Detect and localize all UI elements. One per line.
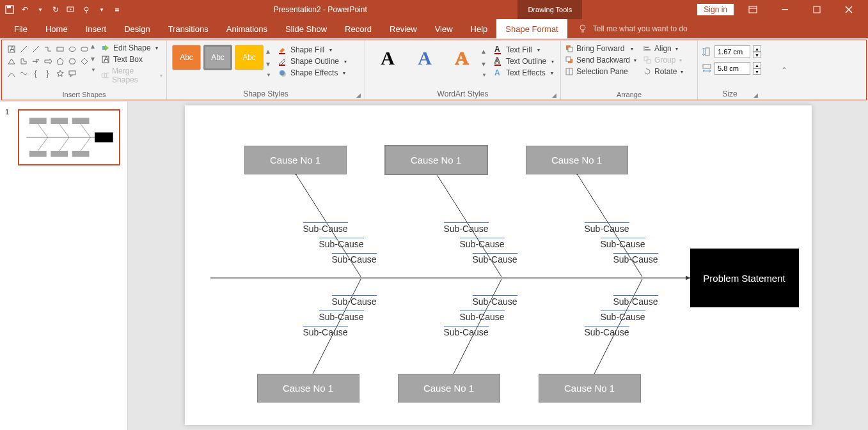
tab-record[interactable]: Record — [336, 19, 381, 38]
start-from-beginning-button[interactable] — [65, 4, 77, 15]
sub-cause[interactable]: Sub-Cause — [613, 295, 658, 307]
shape-arrow-icon[interactable] — [30, 56, 41, 66]
shape-brace-icon[interactable]: { — [30, 68, 41, 79]
shape-textbox-icon[interactable]: A — [6, 43, 17, 54]
sub-cause[interactable]: Sub-Cause — [473, 253, 517, 265]
sub-cause[interactable]: Sub-Cause — [473, 295, 517, 307]
tab-file[interactable]: File — [5, 19, 36, 38]
qat-customize[interactable]: 〓 — [111, 4, 123, 15]
rotate-button[interactable]: Rotate▾ — [643, 67, 683, 76]
height-up[interactable]: ▲ — [753, 45, 761, 52]
sub-cause[interactable]: Sub-Cause — [444, 326, 489, 337]
sub-cause[interactable]: Sub-Cause — [332, 253, 377, 265]
align-button[interactable]: Align▾ — [643, 44, 683, 53]
sub-cause[interactable]: Sub-Cause — [303, 326, 348, 337]
redo-button[interactable]: ↻ — [50, 4, 61, 15]
tell-me[interactable]: Tell me what you want to do — [578, 24, 688, 34]
wordart-style-3[interactable]: A — [447, 45, 477, 72]
sub-cause[interactable]: Sub-Cause — [585, 222, 629, 234]
shape-oval-icon[interactable] — [67, 43, 77, 54]
sub-cause[interactable]: Sub-Cause — [460, 238, 505, 249]
shape-arrow2-icon[interactable] — [42, 56, 53, 66]
shape-effects-button[interactable]: Shape Effects▾ — [278, 68, 347, 77]
touch-mouse-more[interactable]: ▼ — [96, 4, 107, 15]
height-down[interactable]: ▼ — [753, 52, 761, 58]
slide-canvas[interactable]: Cause No 1 Cause No 1 Cause No 1 Cause N… — [128, 102, 868, 430]
shape-rect-icon[interactable] — [54, 43, 65, 54]
shape-outline-button[interactable]: Shape Outline▾ — [278, 57, 347, 66]
shape-brace2-icon[interactable]: } — [42, 68, 53, 79]
tab-help[interactable]: Help — [462, 19, 497, 38]
tab-slideshow[interactable]: Slide Show — [276, 19, 336, 38]
height-input[interactable] — [714, 45, 750, 58]
tab-shape-format[interactable]: Shape Format — [496, 19, 567, 38]
shape-star-icon[interactable] — [54, 68, 65, 79]
maximize-button[interactable] — [804, 0, 830, 19]
wordart-launcher[interactable]: ◢ — [552, 92, 556, 98]
cause-box-bottom-2[interactable]: Cause No 1 — [398, 374, 500, 403]
minimize-button[interactable] — [772, 0, 798, 19]
shape-line-icon[interactable] — [18, 43, 29, 54]
selection-pane-button[interactable]: Selection Pane — [565, 67, 636, 76]
style-gallery-more[interactable]: ▴▾▼ — [266, 47, 271, 78]
undo-more[interactable]: ▼ — [35, 4, 46, 15]
width-down[interactable]: ▼ — [753, 68, 761, 75]
style-swatch-2[interactable]: Abc — [203, 45, 232, 70]
shape-fill-button[interactable]: Shape Fill▾ — [278, 45, 347, 54]
cause-box-bottom-1[interactable]: Cause No 1 — [257, 374, 359, 403]
shape-rrect-icon[interactable] — [79, 43, 90, 54]
shape-triangle-icon[interactable] — [6, 56, 17, 66]
shape-hexagon-icon[interactable] — [67, 56, 77, 66]
ribbon-collapse[interactable]: ⌃ — [781, 66, 787, 75]
tab-home[interactable]: Home — [36, 19, 77, 38]
tab-review[interactable]: Review — [381, 19, 426, 38]
cause-box-bottom-3[interactable]: Cause No 1 — [539, 374, 641, 403]
close-button[interactable] — [836, 0, 862, 19]
text-box-button[interactable]: AText Box — [101, 55, 162, 64]
shape-line2-icon[interactable] — [30, 43, 41, 54]
text-effects-button[interactable]: AText Effects▾ — [493, 68, 554, 77]
slide-thumbnail-1[interactable] — [18, 109, 120, 165]
sub-cause[interactable]: Sub-Cause — [332, 295, 377, 307]
shape-gallery[interactable]: A { } — [6, 43, 90, 79]
ribbon-display-options[interactable] — [740, 0, 766, 19]
shape-callout-icon[interactable] — [67, 68, 77, 79]
tab-insert[interactable]: Insert — [77, 19, 116, 38]
text-outline-button[interactable]: AText Outline▾ — [493, 57, 554, 66]
signin-button[interactable]: Sign in — [697, 4, 734, 15]
tab-design[interactable]: Design — [115, 19, 159, 38]
cause-box-top-3[interactable]: Cause No 1 — [526, 146, 628, 174]
sub-cause[interactable]: Sub-Cause — [613, 253, 658, 265]
text-fill-button[interactable]: AText Fill▾ — [493, 45, 554, 54]
sub-cause[interactable]: Sub-Cause — [460, 311, 505, 322]
edit-shape-button[interactable]: Edit Shape▾ — [101, 43, 162, 52]
sub-cause[interactable]: Sub-Cause — [601, 238, 645, 249]
send-backward-button[interactable]: Send Backward▾ — [565, 56, 636, 65]
tab-transitions[interactable]: Transitions — [159, 19, 217, 38]
cause-box-top-1[interactable]: Cause No 1 — [244, 146, 347, 174]
slide[interactable]: Cause No 1 Cause No 1 Cause No 1 Cause N… — [185, 105, 812, 425]
save-button[interactable] — [4, 4, 15, 15]
wordart-gallery-more[interactable]: ▴▾▼ — [482, 47, 487, 78]
width-up[interactable]: ▲ — [753, 62, 761, 68]
sub-cause[interactable]: Sub-Cause — [319, 311, 364, 322]
shape-gallery-more[interactable]: ▴▾▼ — [91, 42, 96, 73]
wordart-style-2[interactable]: A — [410, 45, 439, 72]
size-launcher[interactable]: ◢ — [754, 92, 758, 98]
shape-diamond-icon[interactable] — [79, 56, 90, 66]
touch-mouse-button[interactable] — [81, 4, 92, 15]
shape-wave-icon[interactable] — [18, 68, 29, 79]
sub-cause[interactable]: Sub-Cause — [319, 238, 364, 249]
sub-cause[interactable]: Sub-Cause — [303, 222, 348, 234]
width-input[interactable] — [714, 62, 750, 75]
shape-lshape-icon[interactable] — [18, 56, 29, 66]
bring-forward-button[interactable]: Bring Forward▾ — [565, 44, 636, 53]
shape-arc-icon[interactable] — [6, 68, 17, 79]
tab-view[interactable]: View — [426, 19, 462, 38]
style-swatch-1[interactable]: Abc — [172, 45, 201, 70]
tab-animations[interactable]: Animations — [217, 19, 276, 38]
shape-styles-launcher[interactable]: ◢ — [356, 92, 361, 98]
sub-cause[interactable]: Sub-Cause — [601, 311, 645, 322]
problem-statement-box[interactable]: Problem Statement — [690, 249, 799, 307]
wordart-style-1[interactable]: A — [373, 45, 402, 72]
